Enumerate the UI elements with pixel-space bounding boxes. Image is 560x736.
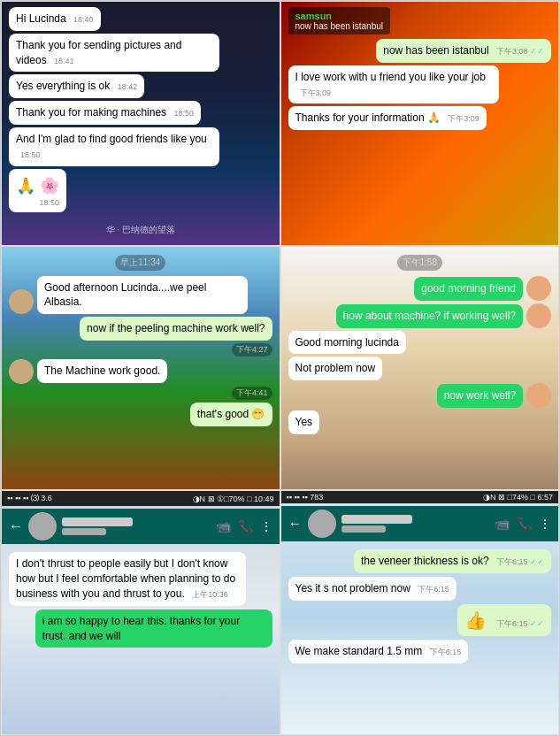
sender-status: now has been istanbul (295, 21, 384, 31)
read-receipt: ✓✓ (530, 47, 544, 56)
message-row: Thank you for making machines 18:50 (9, 101, 272, 125)
message-text: The Machine work good. (44, 364, 160, 377)
message-time: 18:50 (173, 109, 194, 118)
chat-bubble: now if the peeling machine work well? (80, 317, 272, 341)
message-text: Good afternoon Lucinda....we peel Albasi… (44, 281, 206, 309)
signal-icons: ▪▪ ▪▪ ▪▪ ⑶ 3.6 (7, 493, 52, 504)
chat-bubble: Good afternoon Lucinda....we peel Albasi… (37, 276, 248, 315)
video-call-icon[interactable]: 📹 (216, 519, 231, 533)
battery-info: ◑N ⊠ ①□70% □ 10:49 (193, 494, 274, 503)
message-text: Thanks for your information 🙏 (295, 111, 441, 124)
message-text: Thank you for sending pictures and video… (16, 39, 181, 66)
message-text: that's good 😁 (197, 408, 265, 420)
message-time: 18:50 (20, 150, 41, 159)
message-row: 🙏 🌸 18:50 (9, 169, 272, 213)
back-button[interactable]: ← (288, 516, 303, 532)
message-row: Yes (288, 410, 552, 434)
panel-mid-left: 早上11:34 Good afternoon Lucinda....we pee… (1, 246, 280, 491)
messages-area: the veneer thickness is ok? 下午6:15 ✓✓ Ye… (281, 544, 559, 734)
contact-info (341, 515, 490, 533)
panel-bottom-right: ▪▪ ▪▪ ▪▪ 783 ◑N ⊠ □74% □ 6:57 ← 📹 📞 ⋮ th… (280, 490, 560, 735)
header-actions[interactable]: 📹 📞 ⋮ (495, 517, 551, 531)
phone-icon[interactable]: 📞 (517, 517, 532, 531)
time-divider: 下午4:41 (232, 387, 272, 400)
phone-icon[interactable]: 📞 (238, 519, 253, 533)
message-text: Thank you for making machines (16, 106, 166, 119)
message-text: now if the peeling machine work well? (87, 322, 265, 334)
message-row: how about machine? if working well? (288, 303, 552, 328)
time-divider: 早上11:34 (115, 255, 165, 271)
message-time: 下午6:15 ✓✓ (496, 619, 544, 628)
message-row: i am so happy to hear this. thanks for y… (9, 610, 272, 648)
message-time: 下午6:15 (418, 585, 449, 594)
message-text: Yes it s not problem now (295, 582, 410, 594)
message-time: 上午10:36 (192, 590, 228, 599)
avatar (526, 303, 551, 328)
avatar (526, 276, 551, 301)
message-row: I don't thrust to people easily but I do… (9, 552, 272, 605)
message-row: And I'm glad to find good friends like y… (9, 127, 272, 166)
battery-info: ◑N ⊠ □74% □ 6:57 (483, 493, 553, 502)
contact-name-bar (62, 518, 133, 526)
chat-bubble: I love work with u friend you like your … (288, 65, 499, 104)
message-text: I love work with u friend you like your … (295, 71, 486, 83)
message-row: Not problem now (288, 356, 552, 380)
message-row: Thank you for sending pictures and video… (9, 34, 272, 73)
video-call-icon[interactable]: 📹 (495, 517, 510, 531)
avatar (526, 383, 551, 408)
message-time: 18:40 (73, 15, 94, 24)
location-footer: 华 · 巴纳德的望落 (9, 220, 272, 240)
chat-bubble: Thank you for making machines 18:50 (9, 101, 201, 125)
read-receipt: ✓✓ (530, 557, 544, 566)
message-text: good morning friend (421, 282, 516, 295)
time-divider: 下午1:58 (397, 255, 442, 271)
chat-bubble: how about machine? if working well? (336, 304, 523, 328)
message-row: The Machine work good. (9, 359, 272, 384)
message-text: now has been istanbul (383, 44, 488, 57)
chat-header: ← 📹 📞 ⋮ (2, 509, 280, 544)
message-time: 下午3:09 (300, 88, 332, 97)
chat-bubble: We make standard 1.5 mm 下午6:15 (288, 640, 469, 663)
contact-info (62, 518, 211, 535)
message-row: Good afternoon Lucinda....we peel Albasi… (9, 276, 272, 315)
chat-bubble: Not problem now (288, 356, 383, 380)
emoji-content: 🙏 🌸 (16, 175, 59, 197)
message-text: Good morning lucinda (295, 336, 399, 349)
contact-status-bar (62, 528, 106, 535)
chat-bubble: Thank you for sending pictures and video… (9, 34, 219, 73)
panel-top-left: Hi Lucinda 18:40 Thank you for sending p… (1, 1, 280, 246)
signal-icons: ▪▪ ▪▪ ▪▪ 783 (287, 493, 324, 502)
message-row: now work well? (288, 383, 552, 408)
contact-name-bar (341, 515, 412, 524)
header-actions[interactable]: 📹 📞 ⋮ (216, 519, 272, 533)
message-text: how about machine? if working well? (343, 310, 516, 322)
panel-top-right: samsun now has been istanbul now has bee… (280, 1, 560, 246)
time-divider: 下午4:27 (232, 343, 272, 356)
chat-bubble: Yes it s not problem now 下午6:15 (288, 577, 456, 601)
chat-bubble: that's good 😁 (190, 402, 272, 426)
message-row: 👍 下午6:15 ✓✓ (288, 604, 552, 636)
message-text: And I'm glad to find good friends like y… (16, 133, 207, 145)
status-bar: ▪▪ ▪▪ ▪▪ ⑶ 3.6 ◑N ⊠ ①□70% □ 10:49 (2, 491, 280, 506)
panel-mid-right: 下午1:58 good morning friend how about mac… (280, 246, 560, 491)
message-row: now has been istanbul 下午3:08 ✓✓ (288, 39, 552, 63)
message-text: the veneer thickness is ok? (361, 555, 489, 567)
message-time: 18:41 (54, 57, 74, 65)
message-time: 18:42 (118, 82, 138, 91)
chat-bubble: good morning friend (414, 277, 523, 301)
message-row: Yes everything is ok 18:42 (9, 74, 272, 98)
chat-bubble: I don't thrust to people easily but I do… (9, 552, 246, 605)
message-text: now work well? (444, 389, 516, 402)
chat-bubble: now work well? (437, 384, 523, 408)
back-button[interactable]: ← (9, 518, 23, 534)
message-time: 下午6:15 (430, 648, 462, 656)
message-row: now if the peeling machine work well? (9, 317, 272, 341)
more-options-icon[interactable]: ⋮ (260, 519, 272, 533)
chat-bubble: 👍 下午6:15 ✓✓ (457, 604, 551, 636)
message-text: Hi Lucinda (16, 12, 66, 25)
more-options-icon[interactable]: ⋮ (539, 517, 551, 531)
chat-bubble: 🙏 🌸 18:50 (9, 169, 66, 213)
chat-bubble: Hi Lucinda 18:40 (9, 7, 101, 31)
message-row: Hi Lucinda 18:40 (9, 7, 272, 31)
message-text: i am so happy to hear this. thanks for y… (42, 615, 240, 642)
